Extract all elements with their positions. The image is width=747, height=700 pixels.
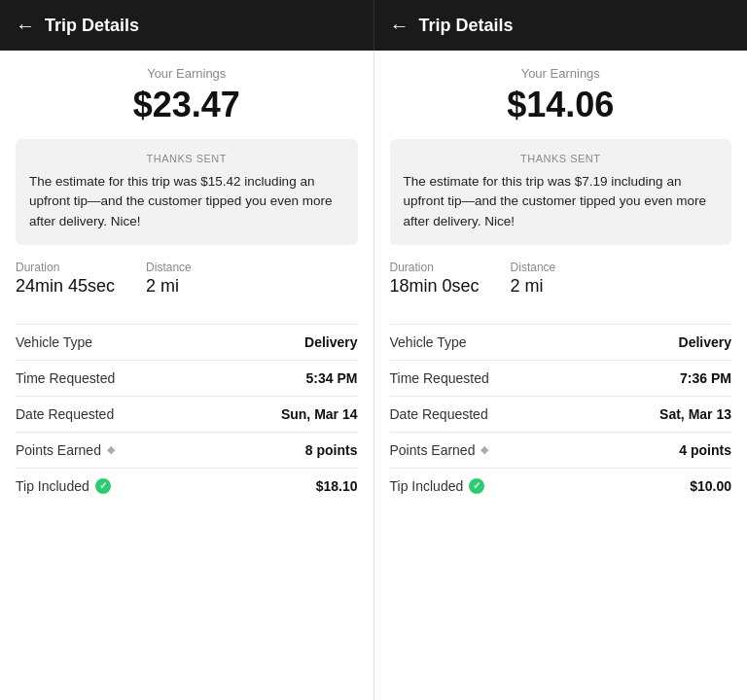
detail-label-1-0: Vehicle Type [390,334,467,350]
distance-value-1: 2 mi [511,276,544,296]
detail-row-0-4: Tip Included $18.10 [16,468,358,504]
thanks-sent-1: THANKS SENT [404,153,719,164]
detail-row-1-0: Vehicle Type Delivery [390,324,732,360]
back-button-right[interactable]: ← [390,15,409,37]
detail-row-1-1: Time Requested 7:36 PM [390,360,732,396]
duration-item-0: Duration 24min 45sec [16,261,115,297]
detail-value-0-2: Sun, Mar 14 [281,406,358,422]
duration-distance-0: Duration 24min 45sec Distance 2 mi [16,261,358,308]
earnings-label-1: Your Earnings [390,66,732,81]
header-title-left: Trip Details [45,16,139,36]
detail-row-1-3: Points Earned◆ 4 points [390,432,732,468]
detail-value-0-3: 8 points [305,442,358,458]
panel-right: Your Earnings $14.06 THANKS SENT The est… [374,51,748,700]
panel-left: Your Earnings $23.47 THANKS SENT The est… [0,51,374,700]
detail-label-1-4: Tip Included [390,478,485,494]
detail-row-0-1: Time Requested 5:34 PM [16,360,358,396]
detail-label-1-1: Time Requested [390,370,489,386]
header-title-right: Trip Details [419,16,514,36]
app-header: ← Trip Details ← Trip Details [0,0,747,51]
check-icon [95,478,111,494]
thanks-box-0: THANKS SENT The estimate for this trip w… [16,139,358,245]
detail-value-1-1: 7:36 PM [680,370,731,386]
thanks-box-1: THANKS SENT The estimate for this trip w… [390,139,732,245]
earnings-amount-0: $23.47 [16,85,358,125]
distance-label-1: Distance [511,261,556,274]
header-left: ← Trip Details [0,0,374,51]
diamond-icon: ◆ [107,443,115,456]
duration-label-1: Duration [390,261,480,274]
detail-value-1-2: Sat, Mar 13 [659,406,731,422]
detail-label-0-0: Vehicle Type [16,334,92,350]
detail-row-0-2: Date Requested Sun, Mar 14 [16,396,358,432]
earnings-label-0: Your Earnings [16,66,358,81]
distance-item-1: Distance 2 mi [511,261,556,297]
header-right: ← Trip Details [374,0,748,51]
check-icon [469,478,484,494]
distance-item-0: Distance 2 mi [146,261,192,297]
detail-row-1-2: Date Requested Sat, Mar 13 [390,396,732,432]
earnings-amount-1: $14.06 [390,85,732,125]
detail-value-0-0: Delivery [304,334,357,350]
detail-label-0-1: Time Requested [16,370,115,386]
distance-label-0: Distance [146,261,192,274]
detail-value-0-4: $18.10 [316,478,358,494]
thanks-sent-0: THANKS SENT [29,153,344,164]
duration-value-1: 18min 0sec [390,276,480,296]
thanks-text-1: The estimate for this trip was $7.19 inc… [404,172,719,231]
back-button-left[interactable]: ← [16,15,35,37]
distance-value-0: 2 mi [146,276,179,296]
detail-row-1-4: Tip Included $10.00 [390,468,732,504]
detail-value-1-3: 4 points [679,442,731,458]
detail-row-0-0: Vehicle Type Delivery [16,324,358,360]
detail-label-1-3: Points Earned◆ [390,442,489,458]
panels-container: Your Earnings $23.47 THANKS SENT The est… [0,51,747,700]
detail-label-0-3: Points Earned◆ [16,442,115,458]
detail-label-1-2: Date Requested [390,406,488,422]
duration-label-0: Duration [16,261,115,274]
detail-value-1-0: Delivery [679,334,731,350]
detail-row-0-3: Points Earned◆ 8 points [16,432,358,468]
duration-distance-1: Duration 18min 0sec Distance 2 mi [390,261,732,308]
thanks-text-0: The estimate for this trip was $15.42 in… [29,172,344,231]
duration-item-1: Duration 18min 0sec [390,261,480,297]
diamond-icon: ◆ [480,443,488,456]
detail-label-0-4: Tip Included [16,478,111,494]
detail-value-0-1: 5:34 PM [306,370,358,386]
duration-value-0: 24min 45sec [16,276,115,296]
detail-value-1-4: $10.00 [690,478,731,494]
detail-label-0-2: Date Requested [16,406,114,422]
